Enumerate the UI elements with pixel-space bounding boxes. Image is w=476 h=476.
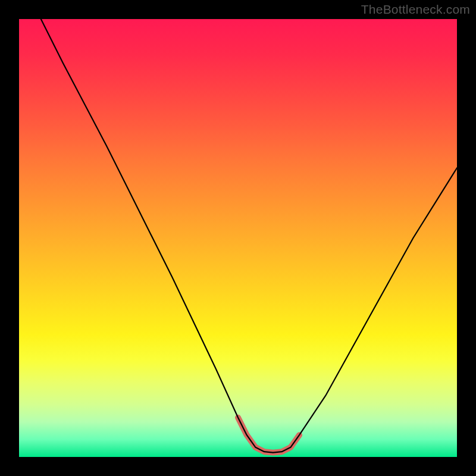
plot-area — [19, 19, 457, 457]
watermark-text: TheBottleneck.com — [361, 2, 470, 17]
chart-frame: TheBottleneck.com — [0, 0, 476, 476]
plot-svg — [19, 19, 457, 457]
main-curve — [41, 19, 457, 453]
